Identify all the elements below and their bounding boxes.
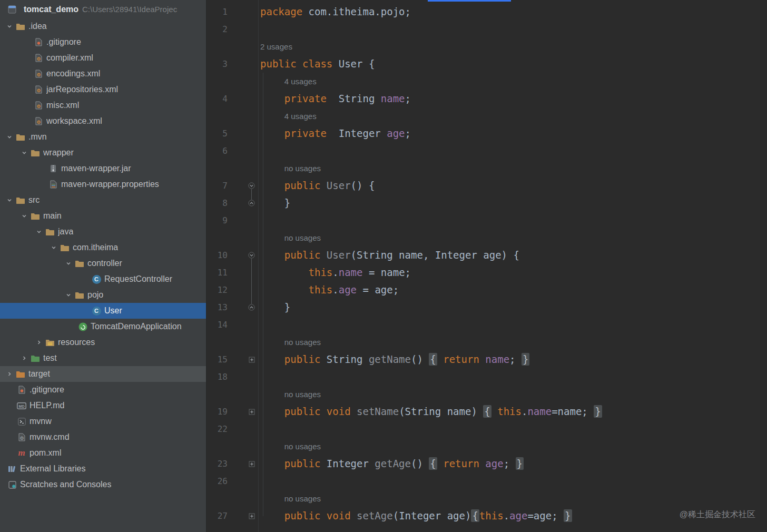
editor-line[interactable]: 6	[206, 142, 767, 160]
editor-gutter[interactable]	[228, 212, 258, 229]
folded-region-placeholder[interactable]: {	[429, 457, 437, 470]
folded-region-placeholder[interactable]: {	[471, 509, 479, 522]
editor-gutter[interactable]	[228, 455, 258, 472]
editor-line[interactable]: 22	[206, 420, 767, 438]
line-number[interactable]: 9	[206, 215, 228, 225]
editor-gutter[interactable]	[228, 21, 258, 38]
usages-inlay-hint[interactable]: no usages	[258, 390, 321, 399]
chevron-down-icon[interactable]	[19, 213, 30, 219]
usages-inlay-hint[interactable]: no usages	[258, 338, 321, 347]
editor-gutter[interactable]	[228, 316, 258, 333]
editor-gutter[interactable]	[228, 299, 258, 316]
editor-line[interactable]: 18	[206, 368, 767, 386]
fold-collapse-icon[interactable]	[248, 252, 255, 259]
editor-gutter[interactable]	[228, 3, 258, 21]
line-number[interactable]: 7	[206, 181, 228, 191]
tree-item-maven-wrapper-jar[interactable]: maven-wrapper.jar	[0, 161, 206, 176]
editor-gutter[interactable]	[228, 420, 258, 438]
usages-inlay-hint[interactable]: no usages	[258, 233, 321, 242]
editor-gutter[interactable]	[228, 264, 258, 281]
line-number[interactable]: 18	[206, 372, 228, 382]
line-number[interactable]: 1	[206, 7, 228, 17]
editor-line[interactable]: 2	[206, 21, 767, 38]
code-line[interactable]: public class User {	[258, 55, 375, 73]
tree-item-gitignore[interactable]: .gitignore	[0, 382, 206, 398]
tree-item-maven-wrapper-properties[interactable]: maven-wrapper.properties	[0, 176, 206, 192]
editor-gutter[interactable]	[228, 229, 258, 247]
tree-item-target[interactable]: target	[0, 366, 206, 382]
fold-collapse-icon[interactable]	[248, 304, 255, 311]
tree-item-requestcontroller[interactable]: CRequestController	[0, 271, 206, 287]
tree-item-pom-xml[interactable]: mpom.xml	[0, 445, 206, 461]
tree-item-help-md[interactable]: MDHELP.md	[0, 398, 206, 413]
project-root-row[interactable]: tomcat_demo C:\Users\28941\IdeaProjec	[0, 0, 206, 18]
fold-expand-icon[interactable]	[249, 513, 255, 519]
editor-line[interactable]: 3public class User {	[206, 55, 767, 73]
line-number[interactable]: 3	[206, 59, 228, 69]
editor-gutter[interactable]	[228, 351, 258, 368]
fold-collapse-icon[interactable]	[248, 200, 255, 206]
editor-gutter[interactable]	[228, 177, 258, 194]
editor-gutter[interactable]	[228, 490, 258, 507]
usages-inlay-hint[interactable]: no usages	[258, 442, 321, 451]
editor-gutter[interactable]	[228, 472, 258, 490]
line-number[interactable]: 14	[206, 320, 228, 330]
editor-line[interactable]: 26	[206, 472, 767, 490]
line-number[interactable]: 19	[206, 407, 228, 417]
folded-region-placeholder[interactable]: {	[429, 353, 437, 366]
tree-item-jarrepositories-xml[interactable]: ⚙jarRepositories.xml	[0, 82, 206, 97]
usages-inlay-hint[interactable]: 4 usages	[258, 77, 317, 86]
chevron-right-icon[interactable]	[34, 339, 44, 346]
editor-line[interactable]: 12 this.age = age;	[206, 281, 767, 299]
line-number[interactable]: 26	[206, 476, 228, 486]
tree-item-gitignore[interactable]: .gitignore	[0, 34, 206, 50]
code-line[interactable]: public void setAge(Integer age){this.age…	[258, 507, 572, 525]
editor-gutter[interactable]	[228, 90, 258, 107]
editor-gutter[interactable]	[228, 247, 258, 264]
editor-gutter[interactable]	[228, 73, 258, 90]
editor-line[interactable]: 1package com.itheima.pojo;	[206, 3, 767, 21]
fold-expand-icon[interactable]	[249, 357, 255, 363]
tree-item-controller[interactable]: controller	[0, 255, 206, 271]
editor-gutter[interactable]	[228, 368, 258, 386]
editor-gutter[interactable]	[228, 142, 258, 160]
code-line[interactable]: this.age = age;	[258, 281, 399, 299]
tree-item-java[interactable]: java	[0, 224, 206, 240]
editor-line[interactable]	[206, 525, 767, 532]
chevron-right-icon[interactable]	[4, 371, 15, 377]
line-number[interactable]: 4	[206, 94, 228, 104]
editor-gutter[interactable]	[228, 55, 258, 73]
editor-gutter[interactable]	[228, 160, 258, 177]
usages-inlay-hint[interactable]: no usages	[258, 494, 321, 503]
editor-gutter[interactable]	[228, 125, 258, 142]
tree-item-external-libraries[interactable]: External Libraries	[0, 461, 206, 477]
editor-gutter[interactable]	[228, 525, 258, 532]
code-line[interactable]: public String getName() { return name; }	[258, 351, 529, 368]
tree-item-misc-xml[interactable]: ⚙misc.xml	[0, 97, 206, 113]
chevron-down-icon[interactable]	[34, 229, 44, 235]
chevron-down-icon[interactable]	[4, 134, 15, 140]
line-number[interactable]: 5	[206, 129, 228, 139]
usages-inlay-hint[interactable]: no usages	[258, 164, 321, 173]
code-line[interactable]: private String name;	[258, 90, 411, 107]
line-number[interactable]: 23	[206, 459, 228, 469]
folded-region-placeholder[interactable]: }	[564, 509, 572, 522]
chevron-down-icon[interactable]	[63, 260, 74, 267]
editor-line[interactable]: 5 private Integer age;	[206, 125, 767, 142]
tree-item-workspace-xml[interactable]: ⚙workspace.xml	[0, 113, 206, 129]
code-line[interactable]: this.name = name;	[258, 264, 411, 281]
folded-region-placeholder[interactable]: }	[594, 405, 602, 418]
chevron-down-icon[interactable]	[4, 23, 15, 29]
tree-item-pojo[interactable]: pojo	[0, 287, 206, 303]
tree-item-user[interactable]: CUser	[0, 303, 206, 319]
tree-item-mvnw-cmd[interactable]: ⚙mvnw.cmd	[0, 429, 206, 445]
editor-gutter[interactable]	[228, 194, 258, 212]
usages-inlay-hint[interactable]: 4 usages	[258, 112, 317, 121]
editor-gutter[interactable]	[228, 281, 258, 299]
line-number[interactable]: 8	[206, 198, 228, 208]
tree-item-scratches-and-consoles[interactable]: Scratches and Consoles	[0, 477, 206, 492]
fold-expand-icon[interactable]	[249, 461, 255, 467]
editor-gutter[interactable]	[228, 438, 258, 455]
code-line[interactable]: private Integer age;	[258, 125, 411, 142]
code-line[interactable]: public Integer getAge() { return age; }	[258, 455, 524, 472]
